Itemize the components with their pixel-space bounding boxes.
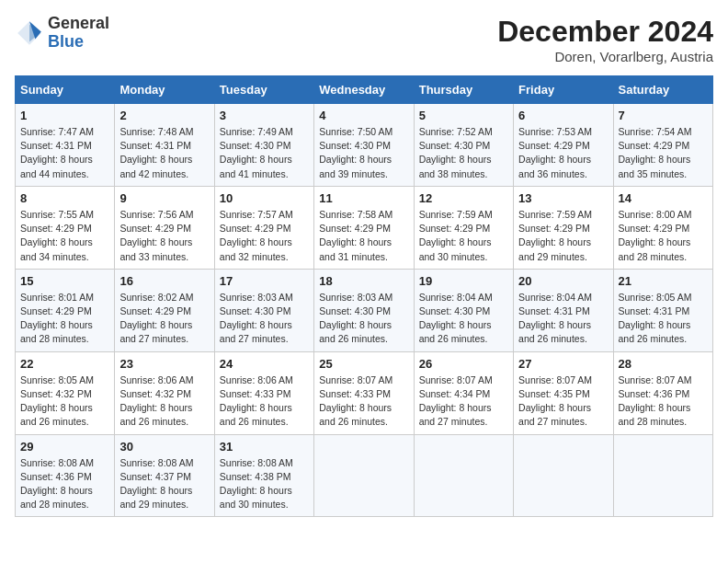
day-info: Sunrise: 8:07 AMSunset: 4:34 PMDaylight:… [419,373,508,430]
col-header-monday: Monday [115,76,214,104]
day-number: 13 [518,191,608,205]
calendar-cell: 7 Sunrise: 7:54 AMSunset: 4:29 PMDayligh… [613,104,712,187]
day-info: Sunrise: 8:01 AMSunset: 4:29 PMDaylight:… [20,291,109,347]
col-header-sunday: Sunday [16,76,115,104]
day-number: 10 [220,191,309,205]
day-info: Sunrise: 8:00 AMSunset: 4:29 PMDaylight:… [619,208,708,264]
day-info: Sunrise: 7:53 AMSunset: 4:29 PMDaylight:… [518,125,608,181]
day-number: 6 [518,109,608,122]
day-number: 9 [119,191,209,205]
day-info: Sunrise: 7:59 AMSunset: 4:29 PMDaylight:… [419,208,508,264]
day-info: Sunrise: 8:02 AMSunset: 4:29 PMDaylight:… [119,291,209,347]
logo-icon [15,18,44,48]
col-header-wednesday: Wednesday [314,76,414,104]
logo: General Blue [15,15,109,52]
calendar-cell: 23 Sunrise: 8:06 AMSunset: 4:32 PMDaylig… [115,351,214,434]
day-info: Sunrise: 7:47 AMSunset: 4:31 PMDaylight:… [20,125,109,181]
calendar-week-row: 1 Sunrise: 7:47 AMSunset: 4:31 PMDayligh… [16,104,713,187]
calendar-cell [514,434,613,517]
day-info: Sunrise: 7:58 AMSunset: 4:29 PMDaylight:… [319,208,408,264]
day-number: 1 [20,109,109,122]
day-info: Sunrise: 7:55 AMSunset: 4:29 PMDaylight:… [20,208,109,264]
calendar-cell: 3 Sunrise: 7:49 AMSunset: 4:30 PMDayligh… [214,104,313,187]
col-header-tuesday: Tuesday [214,76,313,104]
day-info: Sunrise: 7:48 AMSunset: 4:31 PMDaylight:… [119,125,209,181]
calendar-header-row: SundayMondayTuesdayWednesdayThursdayFrid… [16,76,713,104]
logo-text: General Blue [48,15,109,52]
calendar-week-row: 8 Sunrise: 7:55 AMSunset: 4:29 PMDayligh… [16,186,713,269]
day-number: 2 [119,109,209,122]
day-number: 24 [220,357,309,371]
day-number: 11 [319,191,408,205]
calendar-cell: 24 Sunrise: 8:06 AMSunset: 4:33 PMDaylig… [214,351,313,434]
day-number: 8 [20,191,109,205]
day-number: 3 [220,109,309,122]
calendar-cell: 8 Sunrise: 7:55 AMSunset: 4:29 PMDayligh… [16,186,115,269]
day-info: Sunrise: 8:04 AMSunset: 4:31 PMDaylight:… [518,291,608,347]
title-block: December 2024 Doren, Vorarlberg, Austria [497,15,713,64]
day-number: 27 [518,357,608,371]
day-number: 16 [119,274,209,288]
calendar-cell: 30 Sunrise: 8:08 AMSunset: 4:37 PMDaylig… [115,434,214,517]
day-number: 30 [119,440,209,454]
day-number: 18 [319,274,408,288]
day-info: Sunrise: 8:06 AMSunset: 4:33 PMDaylight:… [220,373,309,430]
calendar-cell: 31 Sunrise: 8:08 AMSunset: 4:38 PMDaylig… [214,434,313,517]
calendar-cell: 2 Sunrise: 7:48 AMSunset: 4:31 PMDayligh… [115,104,214,187]
calendar-cell: 14 Sunrise: 8:00 AMSunset: 4:29 PMDaylig… [613,186,712,269]
day-number: 19 [419,274,508,288]
day-info: Sunrise: 8:03 AMSunset: 4:30 PMDaylight:… [220,291,309,347]
calendar-cell: 13 Sunrise: 7:59 AMSunset: 4:29 PMDaylig… [514,186,613,269]
day-info: Sunrise: 8:08 AMSunset: 4:36 PMDaylight:… [20,456,109,512]
day-info: Sunrise: 8:03 AMSunset: 4:30 PMDaylight:… [319,291,408,347]
day-number: 20 [518,274,608,288]
day-info: Sunrise: 8:06 AMSunset: 4:32 PMDaylight:… [119,373,209,430]
day-info: Sunrise: 8:07 AMSunset: 4:35 PMDaylight:… [518,373,608,430]
day-info: Sunrise: 7:56 AMSunset: 4:29 PMDaylight:… [119,208,209,264]
day-info: Sunrise: 7:59 AMSunset: 4:29 PMDaylight:… [518,208,608,264]
calendar-cell: 22 Sunrise: 8:05 AMSunset: 4:32 PMDaylig… [16,351,115,434]
day-info: Sunrise: 7:49 AMSunset: 4:30 PMDaylight:… [220,125,309,181]
calendar-cell: 28 Sunrise: 8:07 AMSunset: 4:36 PMDaylig… [613,351,712,434]
calendar-cell: 26 Sunrise: 8:07 AMSunset: 4:34 PMDaylig… [414,351,513,434]
day-info: Sunrise: 8:05 AMSunset: 4:32 PMDaylight:… [20,373,109,430]
day-number: 23 [119,357,209,371]
day-number: 17 [220,274,309,288]
day-info: Sunrise: 7:57 AMSunset: 4:29 PMDaylight:… [220,208,309,264]
col-header-friday: Friday [514,76,613,104]
day-info: Sunrise: 8:07 AMSunset: 4:36 PMDaylight:… [619,373,708,430]
calendar-cell: 16 Sunrise: 8:02 AMSunset: 4:29 PMDaylig… [115,269,214,351]
calendar-cell: 27 Sunrise: 8:07 AMSunset: 4:35 PMDaylig… [514,351,613,434]
calendar-cell: 10 Sunrise: 7:57 AMSunset: 4:29 PMDaylig… [214,186,313,269]
col-header-saturday: Saturday [613,76,712,104]
day-number: 22 [20,357,109,371]
calendar-cell: 9 Sunrise: 7:56 AMSunset: 4:29 PMDayligh… [115,186,214,269]
col-header-thursday: Thursday [414,76,513,104]
page-header: General Blue December 2024 Doren, Vorarl… [15,15,713,64]
calendar-cell: 29 Sunrise: 8:08 AMSunset: 4:36 PMDaylig… [16,434,115,517]
calendar-cell: 17 Sunrise: 8:03 AMSunset: 4:30 PMDaylig… [214,269,313,351]
day-number: 15 [20,274,109,288]
day-number: 7 [619,109,708,122]
calendar-cell: 5 Sunrise: 7:52 AMSunset: 4:30 PMDayligh… [414,104,513,187]
day-info: Sunrise: 8:07 AMSunset: 4:33 PMDaylight:… [319,373,408,430]
day-info: Sunrise: 8:04 AMSunset: 4:30 PMDaylight:… [419,291,508,347]
day-number: 28 [619,357,708,371]
day-number: 21 [619,274,708,288]
calendar-cell: 25 Sunrise: 8:07 AMSunset: 4:33 PMDaylig… [314,351,414,434]
calendar-table: SundayMondayTuesdayWednesdayThursdayFrid… [15,75,713,517]
calendar-cell: 11 Sunrise: 7:58 AMSunset: 4:29 PMDaylig… [314,186,414,269]
day-number: 31 [220,440,309,454]
day-info: Sunrise: 7:52 AMSunset: 4:30 PMDaylight:… [419,125,508,181]
day-info: Sunrise: 8:05 AMSunset: 4:31 PMDaylight:… [619,291,708,347]
calendar-week-row: 15 Sunrise: 8:01 AMSunset: 4:29 PMDaylig… [16,269,713,351]
calendar-cell: 6 Sunrise: 7:53 AMSunset: 4:29 PMDayligh… [514,104,613,187]
calendar-week-row: 22 Sunrise: 8:05 AMSunset: 4:32 PMDaylig… [16,351,713,434]
calendar-cell: 21 Sunrise: 8:05 AMSunset: 4:31 PMDaylig… [613,269,712,351]
calendar-cell [414,434,513,517]
day-number: 14 [619,191,708,205]
day-number: 12 [419,191,508,205]
month-title: December 2024 [497,15,713,49]
calendar-cell: 20 Sunrise: 8:04 AMSunset: 4:31 PMDaylig… [514,269,613,351]
calendar-week-row: 29 Sunrise: 8:08 AMSunset: 4:36 PMDaylig… [16,434,713,517]
